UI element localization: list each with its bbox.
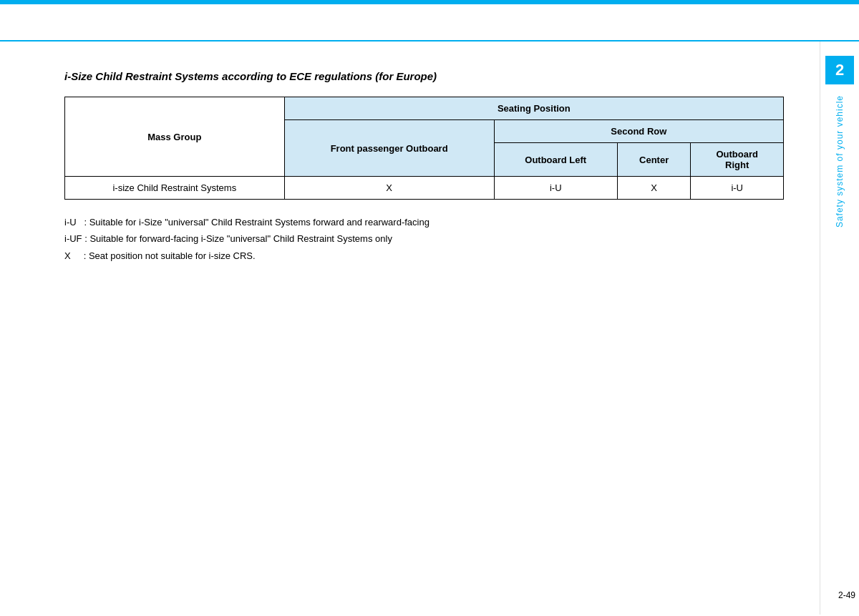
cell-outboard-right: i-U	[691, 177, 784, 200]
cell-front-passenger: X	[284, 177, 494, 200]
sidebar: 2 Safety system of your vehicle 2-49	[820, 41, 859, 615]
col-header-second-row: Second Row	[494, 120, 783, 143]
notes-section: i-U : Suitable for i-Size "universal" Ch…	[64, 214, 784, 264]
chapter-label: Safety system of your vehicle	[835, 95, 845, 228]
col-header-center: Center	[617, 143, 691, 177]
col-header-front-passenger: Front passenger Outboard	[284, 120, 494, 177]
chapter-number: 2	[825, 56, 854, 84]
col-header-outboard-left: Outboard Left	[494, 143, 617, 177]
note-x: X : Seat position not suitable for i-siz…	[64, 248, 784, 264]
top-bar	[0, 0, 859, 4]
col-header-mass-group: Mass Group	[65, 97, 285, 177]
content-area: i-Size Child Restraint Systems according…	[0, 41, 820, 615]
note-iuf: i-UF : Suitable for forward-facing i-Siz…	[64, 230, 784, 247]
col-header-outboard-right: OutboardRight	[691, 143, 784, 177]
cell-outboard-left: i-U	[494, 177, 617, 200]
note-iu: i-U : Suitable for i-Size "universal" Ch…	[64, 214, 784, 230]
col-header-seating-position: Seating Position	[284, 97, 783, 120]
table-row: i-size Child Restraint Systems X i-U X i…	[65, 177, 784, 200]
section-title: i-Size Child Restraint Systems according…	[64, 70, 784, 82]
restraint-systems-table: Mass Group Seating Position Front passen…	[64, 97, 784, 200]
page-number: 2-49	[838, 590, 855, 600]
cell-center: X	[617, 177, 691, 200]
main-content: i-Size Child Restraint Systems according…	[0, 41, 859, 615]
cell-mass-group: i-size Child Restraint Systems	[65, 177, 285, 200]
